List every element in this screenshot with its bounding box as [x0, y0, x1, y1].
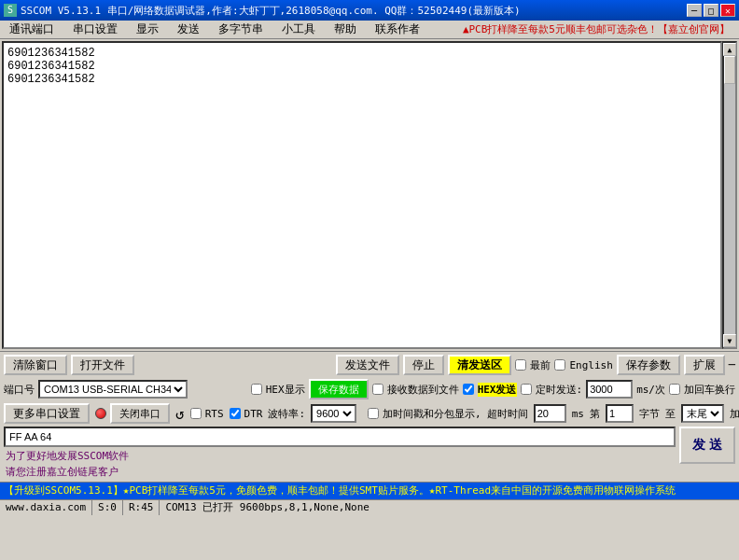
timed-send-label: 定时发送:: [536, 383, 583, 397]
main-display-area: 6901236341582 6901236341582 690123634158…: [2, 41, 737, 349]
byte-label: 字节: [639, 407, 660, 421]
scrollbar[interactable]: ▲ ▼: [722, 41, 737, 349]
port-status-cell: COM13 已打开 9600bps,8,1,None,None: [160, 500, 739, 515]
recv-to-file-group: 接收数据到文件: [372, 383, 459, 397]
scroll-up-arrow[interactable]: ▲: [723, 43, 736, 56]
close-port-button[interactable]: 关闭串口: [110, 403, 170, 424]
website-cell: www.daxia.com: [0, 500, 92, 515]
menu-send[interactable]: 发送: [172, 20, 205, 39]
menu-help[interactable]: 帮助: [328, 20, 362, 39]
menu-bar: 通讯端口 串口设置 显示 发送 多字节串 小工具 帮助 联系作者 ▲PCB打样降…: [0, 21, 739, 39]
stop-button[interactable]: 停止: [403, 355, 444, 375]
title-text: SSCOM V5.13.1 串口/网络数据调试器,作者:大虾丁丁,2618058…: [21, 4, 521, 18]
ad-text: ▲PCB打样降至每款5元顺丰包邮可选杂色！【嘉立创官网】: [457, 21, 735, 38]
add-return-checkbox[interactable]: [669, 384, 680, 395]
clear-send-area-button[interactable]: 清发送区: [448, 355, 511, 375]
menu-serial-settings[interactable]: 串口设置: [67, 20, 123, 39]
toolbar-row2: 端口号 COM13 USB-SERIAL CH340 HEX显示 保存数据 接收…: [4, 378, 735, 400]
refresh-icon[interactable]: ↺: [175, 405, 185, 423]
hex-send-group: HEX发送: [463, 383, 517, 397]
website-text: www.daxia.com: [6, 501, 86, 513]
rts-label: RTS: [205, 408, 224, 420]
english-checkbox[interactable]: [554, 359, 565, 371]
timeout-label: 超时时间: [487, 407, 528, 421]
menu-tools[interactable]: 小工具: [276, 20, 321, 39]
port-status-text: COM13 已打开 9600bps,8,1,None,None: [165, 500, 369, 514]
open-file-button[interactable]: 打开文件: [71, 355, 134, 375]
s-cell: S:0: [92, 500, 123, 515]
hex-display-label: HEX显示: [266, 383, 305, 397]
ad-scroll-text: 【升级到SSCOM5.13.1】★PCB打样降至每款5元，免颜色费，顺丰包邮！提…: [4, 483, 676, 497]
timed-send-group: 定时发送:: [521, 383, 583, 397]
recv-to-file-label: 接收数据到文件: [387, 383, 459, 397]
add-return-label: 加回车换行: [684, 383, 735, 397]
bottom-controls: 清除窗口 打开文件 发送文件 停止 清发送区 最前 English 保存参数 扩…: [0, 351, 739, 482]
status-row: www.daxia.com S:0 R:45 COM13 已打开 9600bps…: [0, 499, 739, 515]
promo-text: 为了更好地发展SSCOM软件 请您注册嘉立创链尾客户: [4, 449, 676, 480]
toolbar-row1: 清除窗口 打开文件 发送文件 停止 清发送区 最前 English 保存参数 扩…: [4, 354, 735, 376]
save-data-button[interactable]: 保存数据: [309, 379, 369, 399]
from-input[interactable]: [606, 404, 634, 423]
menu-contact[interactable]: 联系作者: [370, 20, 425, 39]
english-checkbox-group: English: [554, 359, 612, 371]
timeout-unit-label: ms: [572, 408, 584, 420]
promo-line2: 请您注册嘉立创链尾客户: [6, 465, 674, 481]
checksum-label: 加校验: [730, 407, 739, 421]
from-label: 第: [590, 407, 600, 421]
menu-multi-byte[interactable]: 多字节串: [213, 20, 269, 39]
send-button[interactable]: 发 送: [679, 427, 735, 464]
row4-container: 为了更好地发展SSCOM软件 请您注册嘉立创链尾客户 发 送: [4, 427, 735, 480]
port-label: 端口号: [4, 383, 35, 397]
add-time-label: 加时间戳和分包显示,: [383, 407, 481, 421]
rts-group: RTS: [190, 408, 224, 420]
last-checkbox[interactable]: [515, 359, 526, 371]
more-port-button[interactable]: 更多串口设置: [4, 403, 90, 424]
left-panel: 为了更好地发展SSCOM软件 请您注册嘉立创链尾客户: [4, 427, 676, 480]
to-select[interactable]: 末尾: [681, 404, 724, 423]
timeout-input[interactable]: [534, 404, 566, 423]
last-checkbox-group: 最前: [515, 358, 551, 372]
promo-line1: 为了更好地发展SSCOM软件: [6, 449, 674, 465]
last-label: 最前: [530, 358, 551, 372]
hex-display-checkbox[interactable]: [251, 384, 262, 395]
clear-window-button[interactable]: 清除窗口: [4, 355, 67, 375]
r-cell: R:45: [123, 500, 160, 515]
send-file-button[interactable]: 发送文件: [336, 355, 399, 375]
timed-ms-input[interactable]: [586, 380, 633, 399]
close-button[interactable]: ✕: [720, 4, 735, 17]
port-status-led: [95, 408, 106, 419]
s-value: S:0: [98, 501, 117, 513]
ad-scroll-bar: 【升级到SSCOM5.13.1】★PCB打样降至每款5元，免颜色费，顺丰包邮！提…: [0, 483, 739, 499]
toolbar-row3: 更多串口设置 关闭串口 ↺ RTS DTR 波特率: 9600 加时间戳和分包显…: [4, 402, 735, 425]
scroll-down-arrow[interactable]: ▼: [723, 334, 736, 347]
received-data-textarea[interactable]: 6901236341582 6901236341582 690123634158…: [2, 41, 722, 349]
scroll-thumb[interactable]: [724, 56, 735, 84]
save-params-button[interactable]: 保存参数: [617, 355, 680, 375]
dtr-checkbox[interactable]: [230, 408, 241, 419]
dtr-label: DTR: [244, 408, 263, 420]
add-time-checkbox[interactable]: [368, 408, 379, 419]
app-icon: S: [4, 4, 17, 17]
to-label: 至: [665, 407, 676, 421]
baud-select[interactable]: 9600: [311, 404, 356, 423]
expand-button[interactable]: 扩展: [684, 355, 725, 375]
english-label: English: [569, 359, 612, 371]
add-time-group: 加时间戳和分包显示,: [368, 407, 481, 421]
recv-to-file-checkbox[interactable]: [372, 384, 383, 395]
rts-checkbox[interactable]: [190, 408, 202, 419]
baud-label: 波特率:: [268, 407, 305, 421]
hex-input[interactable]: [4, 427, 676, 447]
dtr-group: DTR: [230, 408, 263, 420]
maximize-button[interactable]: □: [704, 4, 718, 17]
timed-send-checkbox[interactable]: [521, 384, 532, 395]
port-select[interactable]: COM13 USB-SERIAL CH340: [38, 380, 188, 399]
minimize-button[interactable]: ─: [687, 4, 702, 17]
r-value: R:45: [129, 501, 154, 513]
status-bar: 【升级到SSCOM5.13.1】★PCB打样降至每款5元，免颜色费，顺丰包邮！提…: [0, 482, 739, 515]
hex-send-checkbox[interactable]: [463, 384, 474, 395]
hex-display-group: HEX显示: [251, 383, 305, 397]
timed-unit-label: ms/次: [636, 383, 665, 397]
menu-comm-port[interactable]: 通讯端口: [4, 20, 60, 39]
title-bar: S SSCOM V5.13.1 串口/网络数据调试器,作者:大虾丁丁,26180…: [0, 0, 739, 21]
menu-display[interactable]: 显示: [131, 20, 164, 39]
